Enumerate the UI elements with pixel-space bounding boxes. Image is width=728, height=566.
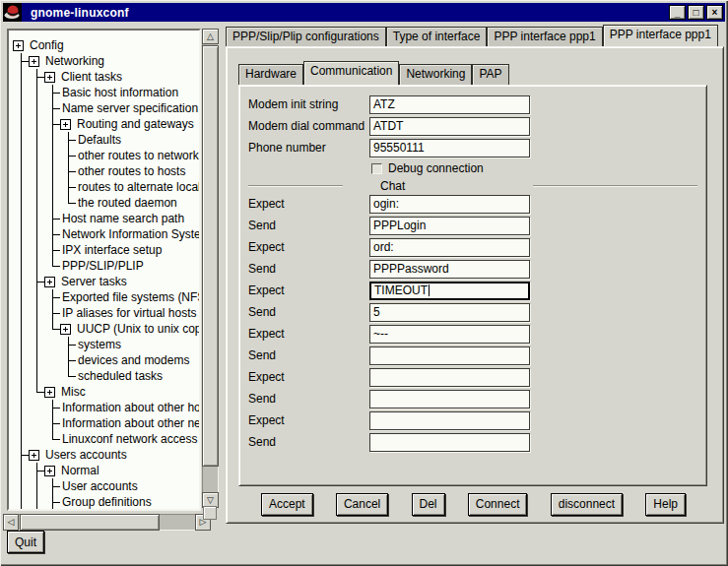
tree-line [36, 305, 37, 321]
tree-junction [29, 384, 44, 400]
tree-item-defaults[interactable]: Defaults [13, 132, 199, 148]
tree-item-linuxconf-network-access[interactable]: Linuxconf network access [13, 431, 199, 447]
tree-item-server-tasks[interactable]: Server tasks [13, 274, 199, 289]
tree-line [21, 431, 22, 447]
tree-item-config[interactable]: Config [13, 37, 199, 53]
tree-item-ppp-slip-plip[interactable]: PPP/SLIP/PLIP [13, 258, 199, 274]
chat-11-send-input[interactable] [369, 433, 530, 452]
disconnect-button[interactable]: disconnect [551, 493, 623, 516]
expander-plus-icon[interactable] [60, 119, 71, 130]
tree-item-ipx-interface-setup[interactable]: IPX interface setup [13, 242, 199, 258]
tree-item-users-accounts[interactable]: Users accounts [13, 447, 199, 463]
subtab-3-pap[interactable]: PAP [472, 64, 508, 85]
outer-tab-row: PPP/Slip/Plip configurationsType of inte… [226, 25, 724, 46]
minimize-button[interactable]: _ [669, 5, 686, 20]
chat-7-send-input[interactable] [369, 346, 530, 365]
tree-line [52, 124, 60, 125]
tree-item-devices-and-modems[interactable]: devices and modems [13, 352, 199, 368]
tree-item-network-information-system[interactable]: Network Information System [13, 226, 199, 242]
tree-line [36, 211, 37, 226]
cancel-button[interactable]: Cancel [336, 493, 388, 516]
tree-item-other-routes-to-networks[interactable]: other routes to networks [13, 148, 199, 163]
tree-guide [44, 148, 60, 163]
tree-item-host-name-search-path[interactable]: Host name search path [13, 211, 199, 226]
chat-rows: Expectogin:SendPPPLoginExpectord:SendPPP… [248, 193, 697, 453]
tree-item-user-accounts[interactable]: User accounts [13, 478, 199, 494]
tree-item-other-routes-to-hosts[interactable]: other routes to hosts [13, 163, 199, 179]
subtab-2-networking[interactable]: Networking [399, 64, 472, 85]
expander-plus-icon[interactable] [29, 56, 39, 67]
tab-3-ppp-interface-ppp1[interactable]: PPP interface ppp1 [603, 25, 718, 46]
chat-10-expect-input[interactable] [369, 411, 530, 430]
chat-3-send-input[interactable]: PPPPassword [369, 260, 530, 279]
tree-junction [44, 211, 60, 226]
del-button[interactable]: Del [412, 493, 445, 516]
tree-item-normal[interactable]: Normal [13, 463, 199, 478]
window-title: gnome-linuxconf [31, 6, 129, 20]
tree-line [21, 321, 22, 337]
chat-expect-label: Expect [248, 283, 369, 297]
chat-6-expect-input[interactable]: ~-- [369, 325, 530, 344]
tree-item-uucp-unix-to-unix-copy[interactable]: UUCP (Unix to unix copy) [13, 321, 199, 337]
vertical-scroll-thumb[interactable] [202, 45, 219, 467]
tree-item-client-tasks[interactable]: Client tasks [13, 69, 199, 85]
chat-0-expect-input[interactable]: ogin: [369, 195, 530, 214]
expander-plus-icon[interactable] [44, 277, 55, 287]
tree-item-systems[interactable]: systems [13, 337, 199, 352]
chat-4-expect-input[interactable]: TIMEOUT [369, 282, 530, 300]
quit-button[interactable]: Quit [7, 531, 44, 553]
tree-item-information-about-other-host[interactable]: Information about other host [13, 400, 199, 415]
tree-item-name-server-specification[interactable]: Name server specification ( [13, 100, 199, 116]
chat-8-expect-input[interactable] [369, 368, 530, 387]
help-button[interactable]: Help [645, 493, 686, 516]
tab-0-ppp-slip-plip-configurations[interactable]: PPP/Slip/Plip configurations [226, 27, 386, 46]
connect-button[interactable]: Connect [468, 493, 528, 516]
tree-horizontal-scrollbar[interactable]: ◁ ▷ [3, 514, 211, 531]
debug-connection-checkbox[interactable] [371, 163, 382, 174]
tree-item-scheduled-tasks[interactable]: scheduled tasks [13, 368, 199, 384]
tree-item-label: Network Information System [60, 227, 201, 241]
resize-grip[interactable] [203, 506, 217, 520]
scroll-up-icon[interactable]: △ [202, 29, 219, 44]
modem-init-string-input[interactable]: ATZ [369, 95, 530, 114]
main-notebook: PPP/Slip/Plip configurationsType of inte… [226, 25, 724, 524]
tree-item-exported-file-systems-nfs[interactable]: Exported file systems (NFS) [13, 289, 199, 305]
chat-1-send-input[interactable]: PPPLogin [369, 217, 530, 235]
tree-item-routes-to-alternate-local-ne[interactable]: routes to alternate local ne [13, 179, 199, 195]
modem-dial-command-input[interactable]: ATDT [369, 117, 530, 136]
tree-item-group-definitions[interactable]: Group definitions [13, 494, 199, 510]
chat-9-send-input[interactable] [369, 390, 530, 409]
tree-item-routing-and-gateways[interactable]: Routing and gateways [13, 116, 199, 132]
expander-plus-icon[interactable] [44, 466, 55, 476]
subtab-1-communication[interactable]: Communication [303, 61, 399, 85]
chat-send-label: Send [248, 219, 369, 232]
expander-plus-icon[interactable] [29, 450, 39, 461]
phone-number-input[interactable]: 95550111 [369, 139, 530, 157]
tree-item-change-root-password[interactable]: Change root password [13, 510, 199, 511]
expander-plus-icon[interactable] [44, 72, 55, 83]
tree-vertical-scrollbar[interactable]: △ ▽ [202, 29, 219, 508]
tree-line [21, 289, 22, 305]
close-button[interactable]: × [706, 5, 723, 20]
scroll-left-icon[interactable]: ◁ [3, 514, 19, 531]
expander-plus-icon[interactable] [44, 387, 55, 398]
chat-5-send-input[interactable]: 5 [369, 303, 530, 322]
tab-2-ppp-interface-ppp1[interactable]: PPP interface ppp1 [487, 27, 602, 46]
expander-plus-icon[interactable] [13, 40, 24, 51]
accept-button[interactable]: Accept [261, 493, 313, 516]
chat-2-expect-input[interactable]: ord: [369, 238, 530, 257]
maximize-button[interactable]: □ [688, 5, 704, 20]
tree-junction [44, 242, 60, 258]
tree-item-networking[interactable]: Networking [13, 53, 199, 69]
tree-item-basic-host-information[interactable]: Basic host information [13, 85, 199, 100]
horizontal-scroll-thumb[interactable] [20, 514, 160, 531]
tree-item-label: Exported file systems (NFS) [60, 290, 201, 304]
subtab-0-hardware[interactable]: Hardware [238, 64, 303, 85]
expander-plus-icon[interactable] [60, 324, 71, 335]
tree-item-ip-aliases-for-virtual-hosts[interactable]: IP aliases for virtual hosts [13, 305, 199, 321]
tree-item-the-routed-daemon[interactable]: the routed daemon [13, 195, 199, 211]
tree-junction [60, 163, 76, 179]
tab-1-type-of-interface[interactable]: Type of interface [386, 27, 488, 46]
tree-item-misc[interactable]: Misc [13, 384, 199, 400]
tree-item-information-about-other-netw[interactable]: Information about other netw [13, 415, 199, 431]
